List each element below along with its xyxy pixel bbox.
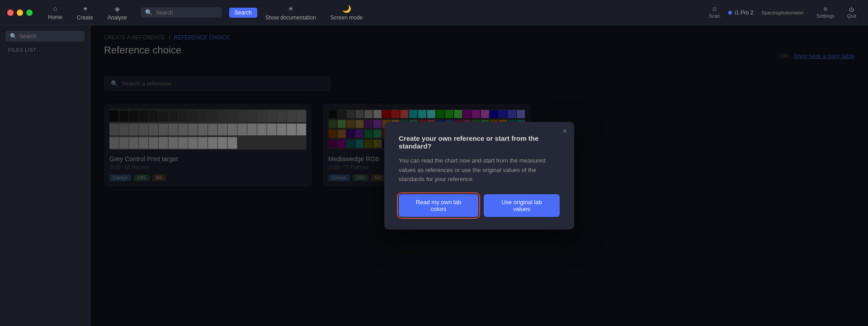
analyse-icon: ◈ [114,5,120,13]
use-original-lab-values-button[interactable]: Use original lab values [484,194,560,217]
nav-right: ⊡ Scan i1 Pro 2 Spectrophotometer ⚙ Sett… [704,5,861,20]
sidebar: 🔍 FILES LIST [0,25,90,326]
screen-mode-icon: 🌙 [342,5,351,13]
close-window-button[interactable] [7,10,14,16]
titlebar: ⌂ Home ✦ Create ◈ Analyse 🔍 Search ☀ Sho… [0,0,868,25]
spectro-nav-item[interactable]: Spectrophotometer [757,8,809,17]
app-layout: 🔍 FILES LIST CREATE A REFERENCE / REFERE… [0,25,868,326]
home-icon: ⌂ [53,5,57,13]
spectro-label: Spectrophotometer [762,10,804,15]
nav-screen-mode[interactable]: 🌙 Screen mode [324,2,369,24]
nav-items: ⌂ Home ✦ Create ◈ Analyse 🔍 Search ☀ Sho… [42,2,704,24]
modal-dialog: × Create your own reference or start fro… [384,122,574,230]
docs-icon: ☀ [288,5,294,13]
nav-create-label: Create [77,14,93,21]
modal-overlay: × Create your own reference or start fro… [90,25,868,326]
nav-home[interactable]: ⌂ Home [42,2,69,23]
modal-body: You can read the chart now and start fro… [399,156,560,184]
quit-label: Quit [847,13,856,19]
sidebar-search-input[interactable] [19,33,80,39]
quit-nav-item[interactable]: ⏻ Quit [843,5,861,20]
settings-icon: ⚙ [823,6,828,12]
main-content: CREATE A REFERENCE / REFERENCE CHOICE Re… [90,25,868,326]
top-search-button[interactable]: Search [229,8,257,18]
modal-actions: Read my own lab colors Use original lab … [399,194,560,217]
files-list-label: FILES LIST [5,45,85,54]
modal-title: Create your own reference or start from … [399,134,560,150]
nav-screen-mode-label: Screen mode [330,14,363,21]
minimize-window-button[interactable] [17,10,23,16]
device-label: i1 Pro 2 [728,10,753,16]
scan-nav-item[interactable]: ⊡ Scan [704,5,725,20]
scan-icon: ⊡ [712,6,717,12]
search-icon: 🔍 [145,9,152,16]
modal-close-button[interactable]: × [563,127,567,135]
read-own-lab-colors-button[interactable]: Read my own lab colors [399,194,478,217]
nav-analyse[interactable]: ◈ Analyse [101,2,133,24]
maximize-window-button[interactable] [26,10,33,16]
traffic-lights [7,10,33,16]
create-icon: ✦ [82,5,88,13]
nav-create[interactable]: ✦ Create [71,2,99,24]
settings-nav-item[interactable]: ⚙ Settings [812,5,839,20]
top-search-input[interactable] [156,10,217,16]
sidebar-search-icon: 🔍 [10,33,17,39]
sidebar-search-bar: 🔍 [5,31,85,42]
nav-show-docs[interactable]: ☀ Show documentation [259,2,322,24]
nav-analyse-label: Analyse [108,14,127,21]
settings-label: Settings [816,13,835,19]
device-name: i1 Pro 2 [735,10,753,16]
top-search-bar: 🔍 [141,7,222,18]
quit-icon: ⏻ [849,7,854,12]
nav-home-label: Home [48,14,62,20]
nav-show-docs-label: Show documentation [265,14,316,21]
scan-label: Scan [709,13,720,19]
device-status-dot [728,11,732,14]
